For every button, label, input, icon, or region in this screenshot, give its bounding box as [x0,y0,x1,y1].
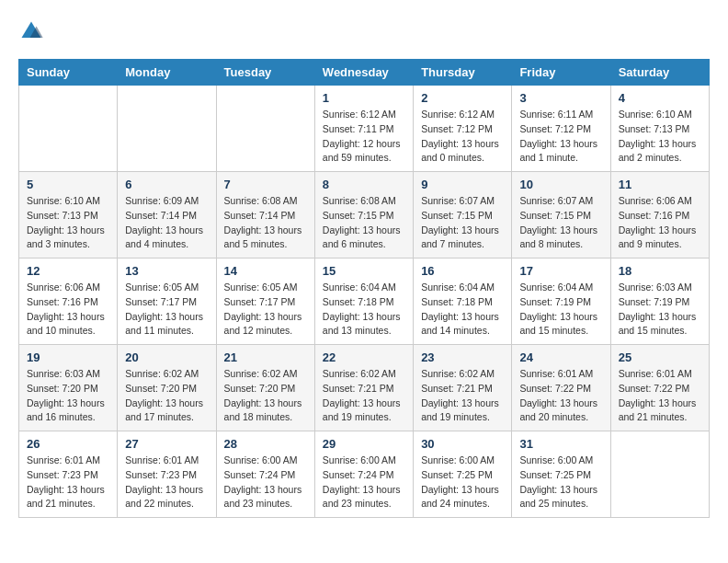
day-info: Sunrise: 6:10 AMSunset: 7:13 PMDaylight:… [619,108,701,166]
day-info: Sunrise: 6:11 AMSunset: 7:12 PMDaylight:… [519,108,602,166]
calendar-cell: 20Sunrise: 6:02 AMSunset: 7:20 PMDayligh… [118,345,216,431]
day-number: 12 [27,264,109,278]
calendar-cell: 10Sunrise: 6:07 AMSunset: 7:15 PMDayligh… [512,172,610,259]
day-number: 21 [224,350,307,364]
day-number: 30 [421,437,504,451]
calendar-cell: 19Sunrise: 6:03 AMSunset: 7:20 PMDayligh… [19,345,118,431]
day-number: 17 [519,264,602,278]
page-header [18,18,710,44]
calendar-cell: 24Sunrise: 6:01 AMSunset: 7:22 PMDayligh… [512,345,610,431]
calendar-week-4: 19Sunrise: 6:03 AMSunset: 7:20 PMDayligh… [19,345,710,431]
day-info: Sunrise: 6:08 AMSunset: 7:15 PMDaylight:… [323,194,405,252]
day-number: 4 [619,91,701,105]
day-number: 19 [27,350,109,364]
calendar-cell: 17Sunrise: 6:04 AMSunset: 7:19 PMDayligh… [512,259,610,345]
day-info: Sunrise: 6:12 AMSunset: 7:11 PMDaylight:… [323,108,405,166]
calendar-cell: 13Sunrise: 6:05 AMSunset: 7:17 PMDayligh… [118,259,216,345]
day-info: Sunrise: 6:06 AMSunset: 7:16 PMDaylight:… [619,194,701,252]
calendar-cell: 16Sunrise: 6:04 AMSunset: 7:18 PMDayligh… [414,259,512,345]
calendar-week-1: 1Sunrise: 6:12 AMSunset: 7:11 PMDaylight… [19,86,710,172]
calendar-cell: 11Sunrise: 6:06 AMSunset: 7:16 PMDayligh… [610,172,709,259]
day-info: Sunrise: 6:04 AMSunset: 7:18 PMDaylight:… [421,281,504,339]
day-info: Sunrise: 6:02 AMSunset: 7:20 PMDaylight:… [224,367,307,425]
day-info: Sunrise: 6:07 AMSunset: 7:15 PMDaylight:… [519,194,602,252]
day-info: Sunrise: 6:08 AMSunset: 7:14 PMDaylight:… [224,194,307,252]
day-info: Sunrise: 6:00 AMSunset: 7:24 PMDaylight:… [323,454,405,511]
logo [18,18,48,44]
day-number: 26 [27,437,109,451]
calendar-cell: 26Sunrise: 6:01 AMSunset: 7:23 PMDayligh… [19,431,118,518]
day-number: 14 [224,264,307,278]
day-info: Sunrise: 6:04 AMSunset: 7:18 PMDaylight:… [323,281,405,339]
col-header-thursday: Thursday [414,60,512,86]
day-number: 9 [421,178,504,191]
logo-icon [18,18,44,44]
day-info: Sunrise: 6:04 AMSunset: 7:19 PMDaylight:… [519,281,602,339]
day-number: 7 [224,178,307,191]
calendar-week-3: 12Sunrise: 6:06 AMSunset: 7:16 PMDayligh… [19,259,710,345]
col-header-sunday: Sunday [19,60,118,86]
calendar-cell: 9Sunrise: 6:07 AMSunset: 7:15 PMDaylight… [414,172,512,259]
day-number: 3 [519,91,602,105]
day-info: Sunrise: 6:12 AMSunset: 7:12 PMDaylight:… [421,108,504,166]
day-number: 1 [323,91,405,105]
day-info: Sunrise: 6:03 AMSunset: 7:20 PMDaylight:… [27,367,109,425]
calendar-cell: 27Sunrise: 6:01 AMSunset: 7:23 PMDayligh… [118,431,216,518]
day-info: Sunrise: 6:07 AMSunset: 7:15 PMDaylight:… [421,194,504,252]
calendar-cell: 30Sunrise: 6:00 AMSunset: 7:25 PMDayligh… [414,431,512,518]
col-header-friday: Friday [512,60,610,86]
day-info: Sunrise: 6:06 AMSunset: 7:16 PMDaylight:… [27,281,109,339]
day-info: Sunrise: 6:03 AMSunset: 7:19 PMDaylight:… [619,281,701,339]
day-number: 24 [519,350,602,364]
col-header-tuesday: Tuesday [216,60,314,86]
day-info: Sunrise: 6:02 AMSunset: 7:21 PMDaylight:… [421,367,504,425]
col-header-wednesday: Wednesday [314,60,413,86]
day-number: 20 [125,350,208,364]
col-header-saturday: Saturday [610,60,709,86]
calendar-cell: 2Sunrise: 6:12 AMSunset: 7:12 PMDaylight… [414,86,512,172]
day-info: Sunrise: 6:00 AMSunset: 7:25 PMDaylight:… [421,454,504,511]
day-number: 8 [323,178,405,191]
calendar-cell: 18Sunrise: 6:03 AMSunset: 7:19 PMDayligh… [610,259,709,345]
day-number: 25 [619,350,701,364]
day-info: Sunrise: 6:01 AMSunset: 7:22 PMDaylight:… [519,367,602,425]
calendar-week-2: 5Sunrise: 6:10 AMSunset: 7:13 PMDaylight… [19,172,710,259]
day-info: Sunrise: 6:05 AMSunset: 7:17 PMDaylight:… [125,281,208,339]
day-number: 27 [125,437,208,451]
calendar-table: SundayMondayTuesdayWednesdayThursdayFrid… [18,59,710,518]
day-info: Sunrise: 6:02 AMSunset: 7:21 PMDaylight:… [323,367,405,425]
calendar-cell: 22Sunrise: 6:02 AMSunset: 7:21 PMDayligh… [314,345,413,431]
day-info: Sunrise: 6:09 AMSunset: 7:14 PMDaylight:… [125,194,208,252]
calendar-cell [118,86,216,172]
day-info: Sunrise: 6:01 AMSunset: 7:23 PMDaylight:… [125,454,208,511]
calendar-cell: 4Sunrise: 6:10 AMSunset: 7:13 PMDaylight… [610,86,709,172]
day-number: 16 [421,264,504,278]
day-number: 22 [323,350,405,364]
calendar-cell: 31Sunrise: 6:00 AMSunset: 7:25 PMDayligh… [512,431,610,518]
day-info: Sunrise: 6:00 AMSunset: 7:24 PMDaylight:… [224,454,307,511]
calendar-cell: 25Sunrise: 6:01 AMSunset: 7:22 PMDayligh… [610,345,709,431]
calendar-cell: 7Sunrise: 6:08 AMSunset: 7:14 PMDaylight… [216,172,314,259]
day-number: 31 [519,437,602,451]
day-number: 11 [619,178,701,191]
day-number: 29 [323,437,405,451]
day-number: 28 [224,437,307,451]
calendar-cell: 21Sunrise: 6:02 AMSunset: 7:20 PMDayligh… [216,345,314,431]
day-number: 6 [125,178,208,191]
calendar-cell: 14Sunrise: 6:05 AMSunset: 7:17 PMDayligh… [216,259,314,345]
day-number: 13 [125,264,208,278]
day-number: 15 [323,264,405,278]
day-number: 2 [421,91,504,105]
calendar-cell: 6Sunrise: 6:09 AMSunset: 7:14 PMDaylight… [118,172,216,259]
day-info: Sunrise: 6:01 AMSunset: 7:23 PMDaylight:… [27,454,109,511]
day-info: Sunrise: 6:00 AMSunset: 7:25 PMDaylight:… [519,454,602,511]
calendar-cell: 23Sunrise: 6:02 AMSunset: 7:21 PMDayligh… [414,345,512,431]
day-number: 23 [421,350,504,364]
calendar-cell: 8Sunrise: 6:08 AMSunset: 7:15 PMDaylight… [314,172,413,259]
calendar-cell: 15Sunrise: 6:04 AMSunset: 7:18 PMDayligh… [314,259,413,345]
calendar-cell: 29Sunrise: 6:00 AMSunset: 7:24 PMDayligh… [314,431,413,518]
calendar-cell: 3Sunrise: 6:11 AMSunset: 7:12 PMDaylight… [512,86,610,172]
day-number: 10 [519,178,602,191]
calendar-cell [610,431,709,518]
calendar-cell: 5Sunrise: 6:10 AMSunset: 7:13 PMDaylight… [19,172,118,259]
